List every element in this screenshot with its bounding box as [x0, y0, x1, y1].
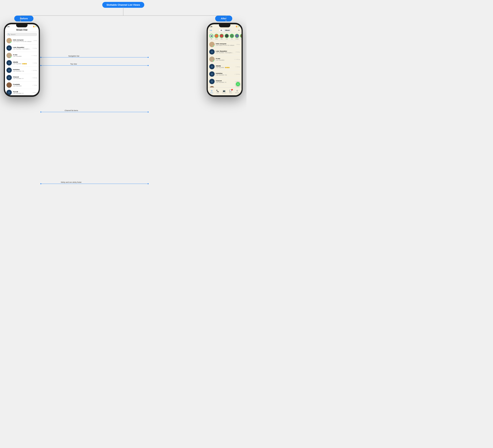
status-icons-before: 📶 🔋: [33, 26, 37, 27]
chat-info: Luke Skywalker Luke Skywalker: Www.apple…: [13, 46, 31, 50]
tab-label: Chats: [229, 92, 232, 93]
chat-msg: Luke Skywalker:: [13, 56, 30, 57]
before-screen: 1.44 📶 🔋 Stream Chat 🔍 Search hello ever…: [5, 24, 39, 95]
battery-icon: 🔋: [35, 26, 37, 27]
list-item[interactable]: ⊕ Test 88 Luke Skywalker: Hi ✓ 8.06 ap.: [5, 89, 39, 95]
story-avatar: [240, 34, 242, 38]
chat-name: Channel: [216, 80, 234, 82]
tab-label: Settings: [235, 92, 239, 93]
story-item[interactable]: Luke: [225, 34, 229, 40]
tab-label: Status: [210, 92, 213, 93]
svg-text:Top view: Top view: [70, 63, 77, 65]
tab-icon: ⊙: [211, 90, 213, 92]
story-label: Gordon: [241, 38, 242, 40]
scissors-icon: ✂: [238, 29, 240, 31]
list-item[interactable]: A new Luke Skywalker: ✓✓ 4.51 ip.: [208, 56, 242, 63]
nav-bar-after: Edit All Missed ✂: [208, 28, 242, 33]
tab-icon-wrap: 📷: [223, 90, 225, 92]
chat-info: hello everyone Leia Organa: Hi from the …: [13, 39, 32, 42]
chat-time: 1.36 ip.: [34, 40, 37, 41]
tab-icon-wrap: 📞: [216, 90, 219, 92]
chat-name: Luke Skywalker: [13, 46, 31, 48]
svg-text:Channel list items: Channel list items: [65, 109, 78, 111]
chat-info: hohihihw Luke Skywalker: Qq: [13, 69, 30, 72]
chat-time: ✓ 8.06 ap.: [32, 92, 37, 93]
after-phone: 1.55 📶 🔋 Edit All Missed ✂ + 📹 Add Stef: [207, 23, 243, 97]
chat-info: Luke Skywalker Luke Skywalker: Www.apple…: [216, 50, 234, 53]
svg-point-16: [40, 112, 41, 113]
chat-msg: Leia Organa: Hi from the codepen: [13, 41, 32, 42]
list-item[interactable]: Creatable Luke Skywalker: ✓ 7.00 ip.: [5, 81, 39, 89]
story-label: Stefan: [215, 38, 218, 40]
fab-button[interactable]: +: [236, 82, 240, 86]
tab-label: Calls: [216, 92, 219, 93]
list-item[interactable]: ⊕ hohihihw Luke Skywalker: Qq ✓ 12.46 ip…: [208, 70, 242, 78]
story-item[interactable]: + 📹 Add: [209, 34, 213, 40]
tab-item-calls[interactable]: 📞 Calls: [216, 90, 219, 93]
story-add[interactable]: + 📹: [209, 34, 213, 38]
tab-missed[interactable]: Missed: [224, 29, 231, 31]
edit-button[interactable]: Edit: [210, 30, 212, 31]
chat-msg: Luke Skywalker: Qq: [216, 74, 233, 76]
chat-info: A new Luke Skywalker:: [13, 54, 30, 57]
story-label: George: [235, 38, 239, 40]
list-item[interactable]: ⊕ Luke Skywalker Luke Skywalker: Www.app…: [208, 48, 242, 56]
label-before: Before: [14, 16, 34, 22]
chat-name: 456456: [13, 61, 31, 63]
chat-msg: Luke Skywalker: Hi: [13, 78, 31, 79]
wifi-icon-after: 📶: [236, 26, 238, 27]
battery-icon-after: 🔋: [238, 26, 240, 27]
status-time-after: 1.55: [210, 26, 212, 27]
tab-icon: ⚙: [236, 90, 238, 92]
svg-point-20: [40, 183, 41, 184]
story-item[interactable]: George: [235, 34, 239, 40]
chat-name: A new: [13, 54, 30, 56]
svg-point-12: [40, 65, 41, 66]
chat-time: ✓ 1.42 ip.: [32, 62, 37, 64]
chat-name: 456456: [216, 65, 234, 67]
list-item[interactable]: ⊕ 456456 Luke Skywalker: 😊😊😊 ✓ 1.42 ip.: [5, 59, 39, 67]
chat-msg: Luke Skywalker:: [216, 59, 233, 61]
tab-item-camera[interactable]: 📷 Camera: [222, 90, 226, 93]
chat-time: ✓ 12.46 ip.: [234, 74, 240, 75]
chat-time: ✓ 7.00 ip.: [32, 85, 37, 86]
list-item[interactable]: ⊕ Luke Skywalker Luke Skywalker: Www.app…: [5, 44, 39, 52]
svg-point-21: [148, 183, 149, 184]
story-item[interactable]: Gordon: [240, 34, 242, 40]
chat-time: ✓ 1.42 ip.: [235, 66, 240, 67]
list-item[interactable]: ⊕ Channel Luke Skywalker: Hi ✓ 6.29 ap.: [5, 74, 39, 81]
tab-item-settings[interactable]: ⚙ Settings: [235, 90, 239, 93]
chat-msg: Luke Skywalker: Www.apple.com: [216, 52, 234, 53]
search-bar-before[interactable]: 🔍 Search: [6, 33, 37, 36]
svg-text:Navigation bar: Navigation bar: [68, 55, 79, 57]
stories-row: + 📹 Add Stefan Alice Luke Fra George Gor…: [208, 33, 242, 41]
list-item[interactable]: hello everyone Leia Organa: Hi from the …: [5, 37, 39, 44]
story-item[interactable]: Stefan: [214, 34, 219, 40]
tab-icon-wrap: ⚙: [236, 90, 238, 92]
tab-icon: 📞: [216, 90, 219, 92]
chat-time: ✓✓ 4.51 ip.: [31, 55, 37, 56]
story-label: Luke: [226, 38, 228, 40]
story-avatar: [225, 34, 229, 38]
story-avatar: [214, 34, 219, 38]
list-item[interactable]: A new Luke Skywalker: ✓✓ 4.51 ip.: [5, 52, 39, 59]
search-placeholder-before: Search: [11, 33, 15, 35]
story-item[interactable]: Alice: [220, 34, 224, 40]
story-label: Alice: [221, 38, 223, 40]
chat-info: Creatable Luke Skywalker:: [13, 84, 31, 87]
story-avatar: [230, 34, 234, 38]
list-item[interactable]: ⊕ hohihihw Luke Skywalker: Qq ✓ 12.46 ip…: [5, 67, 39, 74]
tab-item-status[interactable]: ⊙ Status: [210, 90, 213, 93]
list-item[interactable]: hello everyone Leia Organa: Hi from the …: [208, 41, 242, 48]
nav-title-before: Stream Chat: [16, 29, 28, 31]
tab-all[interactable]: All: [219, 29, 224, 31]
list-item[interactable]: ⊕ 456456 Luke Skywalker: 😊😊😊 ✓ 1.42 ip.: [208, 63, 242, 70]
notch-before: [16, 24, 28, 27]
svg-point-9: [148, 57, 149, 58]
chat-name: Channel: [13, 76, 31, 78]
tab-item-chats[interactable]: 💬 12 Chats: [229, 90, 232, 93]
notch-after: [219, 24, 230, 27]
chat-msg: Luke Skywalker:: [13, 85, 31, 87]
badge-count: 12: [231, 89, 233, 90]
story-item[interactable]: Fra: [230, 34, 234, 40]
